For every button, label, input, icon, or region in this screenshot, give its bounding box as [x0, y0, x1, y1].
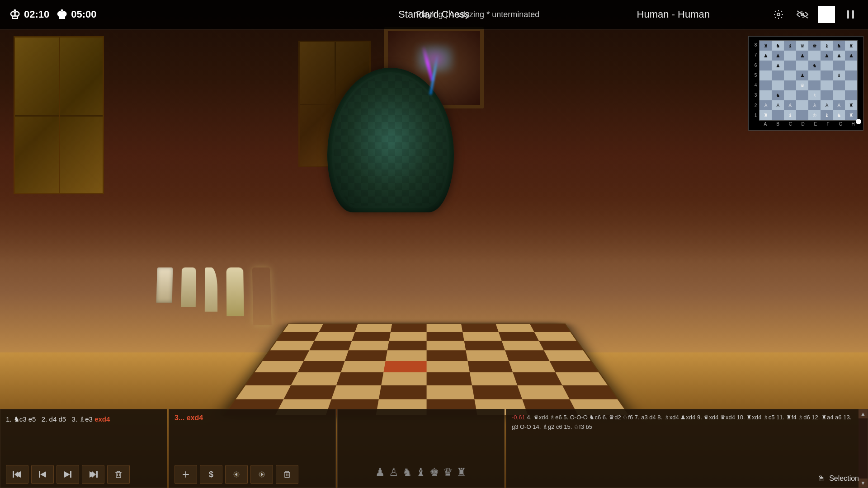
mini-rank-labels: 8 7 6 5 4 3 2 1 — [752, 40, 759, 121]
back-button[interactable] — [225, 465, 248, 484]
move-controls — [6, 465, 161, 484]
bottom-panels: 1. ♞c3 e5 2. d4 d5 3. ♗e3 exd4 — [0, 409, 868, 488]
mini-chess-grid: ♜ ♞ ♝ ♛ ♚ ♝ ♞ ♜ ♟ ♟ ♟ ♟ ♟ ♟ — [759, 40, 858, 121]
engine-score: -0,61 — [512, 414, 525, 421]
analysis-panel: 3... exd4 $ — [169, 409, 336, 488]
engine-analysis-text: -0,61 4. ♛xd4 ♗e6 5. O-O-O ♞c6 6. ♛d2 ♘f… — [512, 413, 854, 484]
cursor-icon: 🖱 — [817, 474, 826, 483]
delete-moves-button[interactable] — [107, 465, 130, 484]
knight-icon[interactable]: ♞ — [402, 466, 412, 479]
rank-4: 4 — [752, 80, 759, 90]
analysis-move-text: 3... exd4 — [175, 414, 330, 461]
svg-marker-13 — [92, 471, 96, 478]
file-f: F — [822, 122, 835, 127]
back-pieces — [156, 267, 272, 325]
file-a: A — [759, 122, 772, 127]
white-player-time: ♔ 02:10 — [9, 7, 49, 22]
svg-marker-6 — [14, 471, 18, 478]
move-history-text: 1. ♞c3 e5 2. d4 d5 3. ♗e3 exd4 — [6, 414, 161, 461]
file-b: B — [772, 122, 784, 127]
rank-2: 2 — [752, 101, 759, 111]
pawn-black-icon[interactable]: ♟ — [375, 466, 385, 479]
queen-icon[interactable]: ♛ — [443, 466, 453, 479]
move-history-panel: 1. ♞c3 e5 2. d4 d5 3. ♗e3 exd4 — [0, 409, 167, 488]
file-g: G — [835, 122, 847, 127]
settings-button[interactable] — [770, 6, 787, 23]
mini-chess-grid-wrapper: ♜ ♞ ♝ ♛ ♚ ♝ ♞ ♜ ♟ ♟ ♟ ♟ ♟ ♟ — [759, 40, 858, 121]
file-c: C — [784, 122, 797, 127]
last-move-button[interactable] — [82, 465, 104, 484]
white-time: 02:10 — [24, 9, 49, 20]
king-icon[interactable]: ♚ — [429, 466, 439, 479]
black-time: 05:00 — [71, 9, 96, 20]
game-type-label: Standard Chess — [398, 9, 470, 20]
rank-1: 1 — [752, 111, 759, 121]
top-bar: ♔ 02:10 ♚ 05:00 Playing | Analyzing * un… — [0, 0, 868, 29]
mini-board-container: 8 7 6 5 4 3 2 1 ♜ ♞ ♝ ♛ ♚ ♝ ♞ — [752, 40, 859, 127]
piece-icons: ♟ ♙ ♞ ♝ ♚ ♛ ♜ — [375, 466, 467, 479]
svg-rect-7 — [39, 471, 40, 478]
engine-analysis-panel: -0,61 4. ♛xd4 ♗e6 5. O-O-O ♞c6 6. ♛d2 ♘f… — [506, 409, 868, 488]
game-type-area: Standard Chess — [398, 9, 470, 20]
rank-5: 5 — [752, 70, 759, 80]
file-d: D — [797, 122, 809, 127]
rank-6: 6 — [752, 61, 759, 70]
bishop-icon[interactable]: ♝ — [416, 466, 426, 479]
dollar-icon: $ — [209, 470, 213, 479]
svg-rect-11 — [96, 471, 98, 478]
svg-rect-9 — [70, 471, 71, 478]
rank-7: 7 — [752, 50, 759, 60]
magic-effect — [417, 45, 453, 99]
svg-rect-3 — [852, 10, 854, 19]
black-player-time: ♚ 05:00 — [56, 7, 96, 22]
rank-3: 3 — [752, 90, 759, 100]
engine-moves: 4. ♛xd4 ♗e6 5. O-O-O ♞c6 6. ♛d2 ♘f6 7. a… — [512, 414, 851, 430]
add-variation-button[interactable] — [175, 465, 197, 484]
mini-file-labels: A B C D E F G H — [752, 122, 859, 127]
svg-rect-19 — [285, 472, 289, 478]
mini-map: 8 7 6 5 4 3 2 1 ♜ ♞ ♝ ♛ ♚ ♝ ♞ — [748, 36, 863, 131]
svg-point-0 — [777, 13, 780, 16]
white-indicator-dot — [856, 119, 861, 124]
current-move-highlight: exd4 — [94, 415, 110, 423]
svg-rect-2 — [847, 10, 849, 19]
rook-icon[interactable]: ♜ — [457, 466, 467, 479]
svg-marker-8 — [40, 471, 46, 478]
forward-button[interactable] — [250, 465, 273, 484]
status-bar: 🖱 Selection — [817, 469, 868, 488]
file-e: E — [809, 122, 822, 127]
top-center: Playing | Analyzing * unterminated — [97, 10, 859, 19]
svg-rect-4 — [13, 471, 14, 478]
rank-8: 8 — [752, 40, 759, 50]
analysis-controls: $ — [175, 465, 330, 484]
black-king-icon: ♚ — [56, 7, 67, 22]
scroll-up-button[interactable]: ▲ — [859, 409, 868, 418]
pawn-white-icon[interactable]: ♙ — [389, 466, 399, 479]
white-king-icon: ♔ — [9, 7, 20, 22]
eye-slash-button[interactable] — [794, 6, 811, 23]
svg-marker-10 — [64, 471, 70, 478]
pause-button[interactable] — [842, 6, 859, 23]
chess-board-3d — [223, 324, 631, 416]
prev-move-button[interactable] — [31, 465, 54, 484]
players-label: Human - Human — [637, 9, 710, 20]
theme-button[interactable] — [818, 6, 835, 23]
selection-label: Selection — [829, 474, 859, 483]
comment-button[interactable]: $ — [200, 465, 222, 484]
top-icons — [770, 6, 859, 23]
first-move-button[interactable] — [6, 465, 28, 484]
next-move-button[interactable] — [57, 465, 79, 484]
piece-selector-panel: ♟ ♙ ♞ ♝ ♚ ♛ ♜ — [337, 409, 505, 488]
svg-rect-14 — [116, 472, 121, 478]
mini-board-inner: 8 7 6 5 4 3 2 1 ♜ ♞ ♝ ♛ ♚ ♝ ♞ — [752, 40, 859, 121]
delete-analysis-button[interactable] — [276, 465, 298, 484]
